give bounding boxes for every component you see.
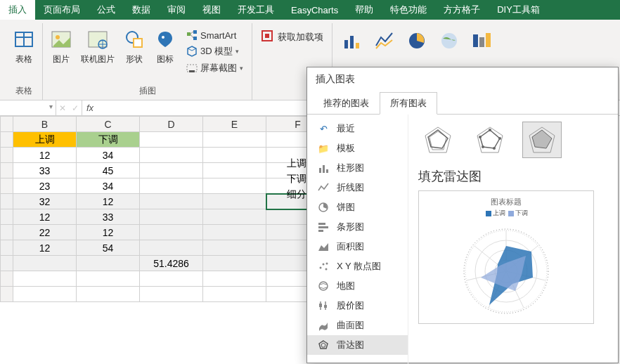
tab-special[interactable]: 特色功能 (382, 0, 435, 20)
type-line[interactable]: 折线图 (307, 178, 408, 197)
type-recent[interactable]: ↶最近 (307, 119, 408, 138)
type-map[interactable]: 地图 (307, 276, 408, 296)
online-picture-button[interactable]: 联机图片 (79, 27, 116, 67)
type-template[interactable]: 📁模板 (307, 138, 408, 158)
svg-point-24 (441, 33, 457, 48)
type-surface[interactable]: 曲面图 (307, 316, 408, 335)
cell[interactable]: 34 (77, 148, 140, 163)
chart-gallery-bar-button[interactable] (338, 27, 366, 55)
dialog-tab-all[interactable]: 所有图表 (380, 92, 437, 115)
cell[interactable]: 32 (13, 194, 77, 209)
picture-label: 图片 (53, 53, 70, 65)
tab-page-layout[interactable]: 页面布局 (35, 0, 89, 20)
cell-header-C[interactable]: 下调 (77, 132, 140, 148)
svg-rect-28 (319, 168, 321, 173)
type-area[interactable]: 面积图 (307, 237, 408, 256)
chart-gallery-line-button[interactable] (370, 27, 399, 55)
cell[interactable]: 54 (77, 240, 140, 256)
svg-point-55 (482, 145, 484, 148)
area-icon (317, 240, 330, 253)
fx-icon[interactable]: fx (82, 103, 98, 113)
svg-rect-42 (319, 304, 322, 307)
cell[interactable]: 33 (77, 209, 140, 225)
avg-cell[interactable]: 51.4286 (140, 256, 203, 271)
select-all[interactable] (1, 117, 13, 132)
chart-preview[interactable]: 图表标题 上调 下调 (418, 190, 594, 324)
svg-point-38 (325, 268, 328, 271)
fb-cancel-icon[interactable]: ✕ (59, 103, 66, 113)
type-bar[interactable]: 条形图 (307, 217, 408, 237)
chart-gallery-more-button[interactable] (467, 27, 496, 55)
tab-formulas[interactable]: 公式 (89, 0, 124, 20)
cell[interactable]: 23 (13, 178, 77, 194)
table-icon (13, 28, 35, 51)
tab-view[interactable]: 视图 (194, 0, 229, 20)
dialog-title: 插入图表 (307, 67, 618, 91)
cell[interactable]: 45 (77, 163, 140, 178)
table-button[interactable]: 表格 (11, 27, 37, 67)
type-scatter[interactable]: X Y 散点图 (307, 256, 408, 276)
picture-button[interactable]: 图片 (49, 27, 74, 67)
subtype-radar[interactable] (418, 122, 458, 158)
subtype-radar-markers[interactable] (470, 122, 510, 158)
grid[interactable]: B C D E F 上调 下调 1234 3345 2334 32121 123… (0, 116, 330, 302)
tab-diy[interactable]: DIY工具箱 (489, 0, 548, 20)
shapes-label: 形状 (126, 53, 143, 65)
tab-insert[interactable]: 插入 (0, 0, 35, 20)
get-addins-button[interactable]: 获取加载项 (258, 27, 326, 47)
cell[interactable]: 12 (13, 148, 77, 163)
chart-gallery-map-button[interactable] (435, 27, 463, 55)
type-pie[interactable]: 饼图 (307, 197, 408, 217)
tab-easycharts[interactable]: EasyCharts (283, 0, 347, 20)
3dmodel-button[interactable]: 3D 模型 ▾ (183, 44, 246, 59)
subtype-radar-filled[interactable] (522, 122, 562, 158)
col-B[interactable]: B (13, 117, 77, 132)
fb-confirm-icon[interactable]: ✓ (72, 103, 79, 113)
3dmodel-icon (186, 46, 198, 57)
icons-icon (154, 28, 176, 51)
tab-data[interactable]: 数据 (124, 0, 159, 20)
svg-rect-10 (187, 32, 190, 36)
tab-help[interactable]: 帮助 (347, 0, 382, 20)
svg-point-54 (493, 147, 496, 150)
type-column[interactable]: 柱形图 (307, 158, 408, 178)
group-tables-label: 表格 (15, 84, 32, 100)
col-D[interactable]: D (140, 117, 203, 132)
svg-marker-46 (321, 343, 325, 347)
type-radar[interactable]: 雷达图 (307, 335, 408, 355)
svg-line-14 (190, 34, 193, 38)
svg-point-52 (489, 129, 491, 131)
type-stock[interactable]: 股价图 (307, 296, 408, 316)
cell-header-B[interactable]: 上调 (13, 132, 77, 148)
chart-gallery-pie-button[interactable] (403, 27, 431, 55)
svg-rect-33 (318, 226, 328, 228)
icons-button[interactable]: 图标 (153, 27, 178, 67)
col-E[interactable]: E (203, 117, 266, 132)
dialog-tab-recommended[interactable]: 推荐的图表 (313, 92, 380, 115)
cell[interactable]: 12 (13, 209, 77, 225)
svg-rect-25 (473, 34, 478, 47)
online-picture-label: 联机图片 (81, 53, 115, 65)
tab-ffgz[interactable]: 方方格子 (435, 0, 489, 20)
col-C[interactable]: C (77, 117, 140, 132)
surface-icon (317, 319, 330, 332)
cell[interactable]: 12 (77, 194, 140, 209)
cell[interactable]: 34 (77, 178, 140, 194)
tab-dev[interactable]: 开发工具 (229, 0, 283, 20)
smartart-icon (186, 30, 198, 41)
smartart-button[interactable]: SmartArt (183, 28, 246, 42)
get-addins-label: 获取加载项 (278, 31, 323, 44)
shapes-button[interactable]: 形状 (122, 27, 147, 67)
cell[interactable]: 12 (77, 225, 140, 240)
screenshot-button[interactable]: 屏幕截图 ▾ (183, 60, 246, 76)
table-label: 表格 (15, 53, 32, 65)
tab-review[interactable]: 审阅 (159, 0, 194, 20)
radar-preview-icon (453, 221, 559, 319)
cell[interactable]: 22 (13, 225, 77, 240)
name-box[interactable] (0, 100, 56, 115)
cell[interactable]: 33 (13, 163, 77, 178)
cell[interactable]: 12 (13, 240, 77, 256)
svg-rect-22 (356, 43, 359, 48)
svg-point-39 (326, 263, 328, 265)
template-icon: 📁 (317, 142, 330, 155)
